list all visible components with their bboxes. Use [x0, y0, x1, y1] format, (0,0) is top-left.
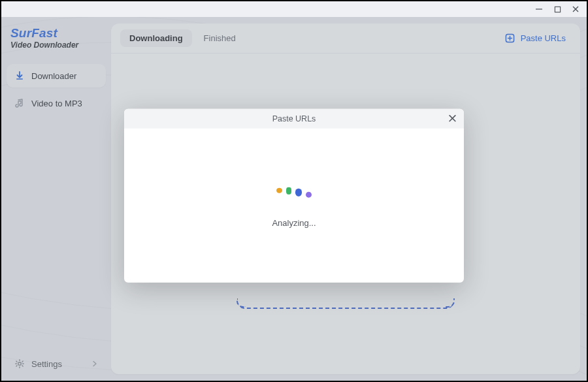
- titlebar: [1, 1, 587, 17]
- loader-dot: [276, 188, 282, 193]
- minimize-button[interactable]: [534, 5, 544, 14]
- maximize-button[interactable]: [553, 5, 562, 14]
- loader-dot: [295, 189, 302, 197]
- modal-status-text: Analyzing...: [272, 218, 316, 228]
- modal-title: Paste URLs: [272, 114, 316, 123]
- app-window: SurFast Video Downloader Downloader Vide…: [1, 1, 587, 381]
- modal-header: Paste URLs: [124, 108, 464, 128]
- paste-urls-modal: Paste URLs Analyzing...: [124, 108, 464, 282]
- loader-dot: [306, 192, 312, 198]
- svg-rect-1: [555, 7, 560, 12]
- loading-indicator: [276, 183, 312, 195]
- modal-body: Analyzing...: [124, 128, 464, 282]
- loader-dot: [286, 187, 291, 195]
- modal-close-button[interactable]: [446, 112, 459, 125]
- close-button[interactable]: [571, 5, 580, 14]
